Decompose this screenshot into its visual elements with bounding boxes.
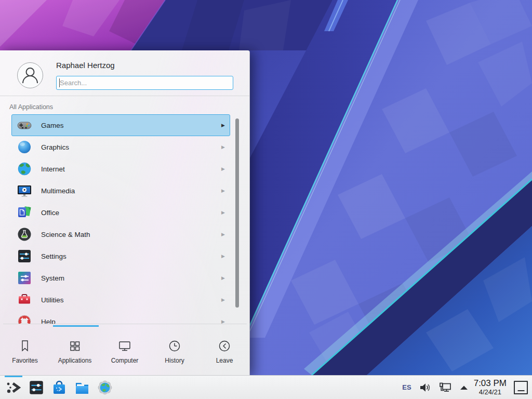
clock-time: 7:03 PM <box>474 379 507 389</box>
clock-icon <box>167 339 182 353</box>
submenu-arrow-icon: ▶ <box>221 123 225 128</box>
list-scrollbar[interactable] <box>235 118 239 308</box>
tab-computer[interactable]: Computer <box>100 327 150 375</box>
file-manager-button[interactable] <box>71 376 94 399</box>
user-avatar-icon <box>18 63 42 87</box>
keyboard-layout-indicator[interactable]: ES <box>402 383 411 391</box>
office-documents-icon <box>16 204 33 221</box>
leave-icon <box>217 339 232 353</box>
tab-leave[interactable]: Leave <box>200 327 249 375</box>
submenu-arrow-icon: ▶ <box>221 319 225 324</box>
tab-history[interactable]: History <box>150 327 200 375</box>
header-separator <box>0 96 249 96</box>
show-desktop-glyph <box>517 390 524 391</box>
category-label: Science & Math <box>41 231 90 238</box>
application-launcher-popup: Raphael Hertzog All Applications <box>0 50 250 375</box>
section-label: All Applications <box>9 103 53 111</box>
category-label: Utilities <box>41 296 64 304</box>
desktop: Raphael Hertzog All Applications <box>0 0 532 399</box>
show-desktop-button[interactable] <box>514 381 528 394</box>
tab-label: Applications <box>58 357 92 364</box>
submenu-arrow-icon: ▶ <box>221 210 225 215</box>
kde-launcher-icon <box>5 379 22 396</box>
expand-tray-arrow-icon[interactable] <box>459 384 469 391</box>
multimedia-monitor-icon <box>16 182 33 199</box>
category-label: Graphics <box>41 143 69 151</box>
web-browser-button[interactable] <box>94 376 116 399</box>
category-help[interactable]: Help ▶ <box>11 311 230 324</box>
network-wired-icon[interactable] <box>438 381 453 394</box>
system-settings-icon <box>28 379 45 396</box>
launcher-tabbar: Favorites Applications C <box>0 327 249 375</box>
browser-globe-gear-icon <box>97 379 113 396</box>
user-avatar[interactable] <box>17 62 43 88</box>
footer-separator <box>3 324 247 324</box>
system-tray: ES <box>402 381 468 394</box>
category-office[interactable]: Office ▶ <box>11 202 230 223</box>
science-flask-icon <box>16 226 33 243</box>
taskbar: ES 7:03 PM 4/24/21 <box>0 375 532 399</box>
computer-monitor-icon <box>117 339 132 353</box>
active-tab-indicator <box>53 325 99 327</box>
graphics-sphere-icon <box>16 139 33 155</box>
submenu-arrow-icon: ▶ <box>221 188 225 193</box>
submenu-arrow-icon: ▶ <box>221 297 225 302</box>
app-grid-icon <box>68 339 82 353</box>
system-settings-button[interactable] <box>25 376 48 399</box>
search-input[interactable] <box>56 76 233 90</box>
category-list: Games ▶ Graphics ▶ <box>0 114 249 324</box>
launcher-header: Raphael Hertzog <box>0 50 249 96</box>
utilities-toolbox-icon <box>16 291 33 308</box>
gamepad-icon <box>16 117 33 134</box>
help-lifering-icon <box>16 313 33 324</box>
category-multimedia[interactable]: Multimedia ▶ <box>11 180 230 202</box>
category-label: System <box>41 274 64 282</box>
tab-label: Leave <box>216 357 233 364</box>
launcher-button[interactable] <box>2 376 25 399</box>
system-sliders-icon <box>16 270 33 286</box>
globe-icon <box>16 161 33 177</box>
tab-applications[interactable]: Applications <box>50 327 100 375</box>
submenu-arrow-icon: ▶ <box>221 254 225 259</box>
category-utilities[interactable]: Utilities ▶ <box>11 289 230 311</box>
category-label: Internet <box>41 165 65 173</box>
active-task-indicator <box>5 376 22 377</box>
submenu-arrow-icon: ▶ <box>221 232 225 237</box>
bookmark-icon <box>18 339 32 353</box>
submenu-arrow-icon: ▶ <box>221 166 225 171</box>
tab-favorites[interactable]: Favorites <box>0 327 50 375</box>
discover-button[interactable] <box>48 376 71 399</box>
submenu-arrow-icon: ▶ <box>221 144 225 150</box>
discover-bag-icon <box>50 379 68 396</box>
category-label: Office <box>41 209 59 217</box>
category-label: Help <box>41 318 56 324</box>
category-label: Settings <box>41 252 66 260</box>
category-system[interactable]: System ▶ <box>11 267 230 289</box>
clock-date: 4/24/21 <box>479 389 501 396</box>
category-games[interactable]: Games ▶ <box>11 114 230 136</box>
category-science-math[interactable]: Science & Math ▶ <box>11 223 230 245</box>
digital-clock[interactable]: 7:03 PM 4/24/21 <box>474 379 507 396</box>
category-settings[interactable]: Settings ▶ <box>11 245 230 267</box>
user-name: Raphael Hertzog <box>56 61 115 70</box>
volume-icon[interactable] <box>418 381 432 394</box>
tab-label: Favorites <box>12 357 37 364</box>
folder-icon <box>73 379 91 396</box>
text-caret <box>59 78 60 87</box>
settings-sliders-icon <box>16 248 33 264</box>
category-internet[interactable]: Internet ▶ <box>11 158 230 180</box>
category-label: Games <box>41 122 64 129</box>
tab-label: History <box>165 357 184 364</box>
category-graphics[interactable]: Graphics ▶ <box>11 136 230 158</box>
submenu-arrow-icon: ▶ <box>221 275 225 281</box>
category-label: Multimedia <box>41 187 75 195</box>
tab-label: Computer <box>111 357 139 364</box>
